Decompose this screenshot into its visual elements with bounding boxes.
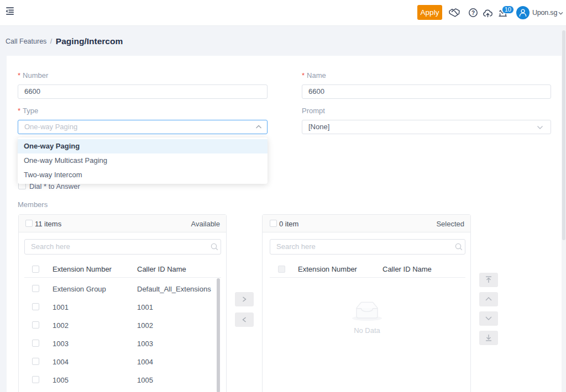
svg-text:?: ? [471, 10, 475, 16]
